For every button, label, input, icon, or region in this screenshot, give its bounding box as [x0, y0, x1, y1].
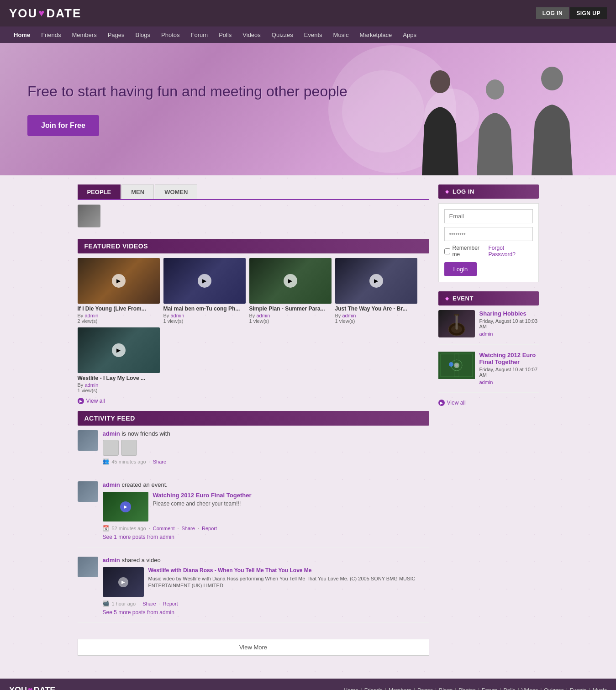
- video-author-3[interactable]: admin: [256, 313, 270, 318]
- activity-share-2[interactable]: Share: [182, 526, 195, 531]
- featured-videos-header: FEATURED VIDEOS: [78, 239, 429, 253]
- video-author-1[interactable]: admin: [84, 313, 98, 318]
- nav-videos[interactable]: Videos: [238, 28, 265, 42]
- activity-user-2[interactable]: admin: [103, 481, 120, 488]
- nav-pages[interactable]: Pages: [103, 28, 129, 42]
- hero-banner: Free to start having fun and meeting oth…: [0, 43, 616, 175]
- password-input[interactable]: [444, 227, 533, 241]
- tab-men[interactable]: MEN: [121, 184, 154, 199]
- activity-report-2[interactable]: Report: [202, 526, 217, 531]
- join-free-button[interactable]: Join for Free: [27, 115, 99, 136]
- video-shared-play[interactable]: ▶: [118, 577, 128, 587]
- nav-home[interactable]: Home: [9, 28, 35, 42]
- video-views-2: 1 view(s): [163, 318, 184, 324]
- people-avatar: [78, 205, 100, 227]
- footer-sep-9: |: [540, 687, 542, 690]
- footer-nav-friends[interactable]: Friends: [364, 687, 383, 690]
- nav-blogs[interactable]: Blogs: [131, 28, 155, 42]
- event-item-2: Watching 2012 Euro Final Together Friday…: [438, 352, 539, 393]
- activity-content-2: admin created an event. ▶ Watching 2012 …: [103, 481, 429, 540]
- view-all-videos[interactable]: ▶ View all: [78, 398, 429, 404]
- event-date-1: Friday, August 10 at 10:03 AM: [479, 318, 539, 329]
- video-shared-title[interactable]: Westlife with Diana Ross - When You Tell…: [148, 567, 429, 574]
- event-header: ◆ EVENT: [438, 291, 539, 305]
- video-play-1[interactable]: ▶: [112, 274, 126, 288]
- nav-friends[interactable]: Friends: [37, 28, 65, 42]
- video-thumb-3[interactable]: ▶: [249, 258, 332, 304]
- video-thumb-1[interactable]: ▶: [78, 258, 160, 304]
- footer-sep-3: |: [414, 687, 415, 690]
- remember-text: Remember me: [453, 245, 489, 258]
- email-input[interactable]: [444, 209, 533, 223]
- nav-marketplace[interactable]: Marketplace: [355, 28, 397, 42]
- video-play-5[interactable]: ▶: [112, 343, 126, 357]
- meta-sep-2: ·: [149, 526, 150, 531]
- video-author-5[interactable]: admin: [84, 382, 98, 388]
- footer-nav-polls[interactable]: Polls: [504, 687, 516, 690]
- activity-report-3[interactable]: Report: [163, 601, 178, 606]
- footer-nav-photos[interactable]: Photos: [458, 687, 475, 690]
- footer-nav-blogs[interactable]: Blogs: [439, 687, 453, 690]
- nav-photos[interactable]: Photos: [157, 28, 184, 42]
- remember-checkbox[interactable]: [444, 248, 450, 254]
- video-play-4[interactable]: ▶: [369, 274, 383, 288]
- signup-button[interactable]: SIGN UP: [570, 7, 607, 19]
- nav-quizzes[interactable]: Quizzes: [267, 28, 298, 42]
- see-more-1[interactable]: See 1 more posts from admin: [103, 534, 429, 540]
- footer-nav-events[interactable]: Events: [570, 687, 587, 690]
- activity-share-1[interactable]: Share: [153, 459, 166, 464]
- remember-label[interactable]: Remember me: [444, 245, 489, 258]
- event-title-2[interactable]: Watching 2012 Euro Final Together: [479, 352, 539, 365]
- event-title-1[interactable]: Sharing Hobbies: [479, 310, 539, 317]
- view-all-events[interactable]: ▶ View all: [438, 400, 539, 406]
- forgot-password-link[interactable]: Forgot Password?: [488, 245, 532, 258]
- video-play-3[interactable]: ▶: [284, 274, 297, 288]
- video-author-2[interactable]: admin: [170, 313, 184, 318]
- event-play-btn[interactable]: ▶: [120, 501, 131, 512]
- video-thumb-5[interactable]: ▶: [78, 327, 160, 373]
- footer-logo-you: YOU: [9, 685, 27, 690]
- nav-events[interactable]: Events: [300, 28, 327, 42]
- event-admin-1[interactable]: admin: [479, 331, 493, 337]
- event-diamond-icon: ◆: [445, 296, 449, 301]
- meta-sep-5: ·: [138, 601, 140, 606]
- video-play-2[interactable]: ▶: [198, 274, 211, 288]
- footer-nav-pages[interactable]: Pages: [417, 687, 433, 690]
- activity-friends-list: [103, 440, 429, 456]
- nav-polls[interactable]: Polls: [214, 28, 236, 42]
- activity-share-3[interactable]: Share: [142, 601, 156, 606]
- login-submit-button[interactable]: Login: [444, 262, 477, 276]
- videos-grid: ▶ If I Die Young (Live From... By admin …: [78, 258, 429, 393]
- footer-nav-forum[interactable]: Forum: [482, 687, 498, 690]
- footer-nav-members[interactable]: Members: [389, 687, 411, 690]
- nav-apps[interactable]: Apps: [398, 28, 421, 42]
- event-section: ◆ EVENT: [438, 291, 539, 406]
- view-all-events-dot: ▶: [438, 400, 445, 406]
- video-thumb-2[interactable]: ▶: [163, 258, 246, 304]
- video-author-4[interactable]: admin: [342, 313, 356, 318]
- footer-nav-home[interactable]: Home: [344, 687, 358, 690]
- login-button[interactable]: LOG IN: [536, 7, 569, 19]
- footer-nav-music[interactable]: Music: [593, 687, 607, 690]
- nav-forum[interactable]: Forum: [186, 28, 213, 42]
- footer-nav-videos[interactable]: Videos: [521, 687, 538, 690]
- video-shared-thumb: ▶: [103, 567, 144, 597]
- video-thumb-4[interactable]: ▶: [335, 258, 417, 304]
- nav-members[interactable]: Members: [67, 28, 101, 42]
- activity-user-3[interactable]: admin: [103, 557, 120, 564]
- tab-people[interactable]: PEOPLE: [78, 184, 121, 199]
- event-thumb-2: [438, 352, 475, 379]
- event-title-link[interactable]: Watching 2012 Euro Final Together: [103, 492, 429, 499]
- soccer-icon: [438, 352, 475, 379]
- view-more-button[interactable]: View More: [78, 639, 429, 656]
- nav-music[interactable]: Music: [329, 28, 353, 42]
- footer-nav-quizzes[interactable]: Quizzes: [544, 687, 563, 690]
- event-admin-2[interactable]: admin: [479, 379, 493, 385]
- footer-nav: Home | Friends | Members | Pages | Blogs…: [344, 687, 607, 690]
- activity-item-event: admin created an event. ▶ Watching 2012 …: [78, 481, 429, 548]
- activity-comment-2[interactable]: Comment: [153, 526, 175, 531]
- meta-sep-6: ·: [159, 601, 160, 606]
- activity-user-1[interactable]: admin: [103, 430, 120, 437]
- see-more-2[interactable]: See 5 more posts from admin: [103, 609, 429, 616]
- tab-women[interactable]: WOMEN: [155, 184, 197, 199]
